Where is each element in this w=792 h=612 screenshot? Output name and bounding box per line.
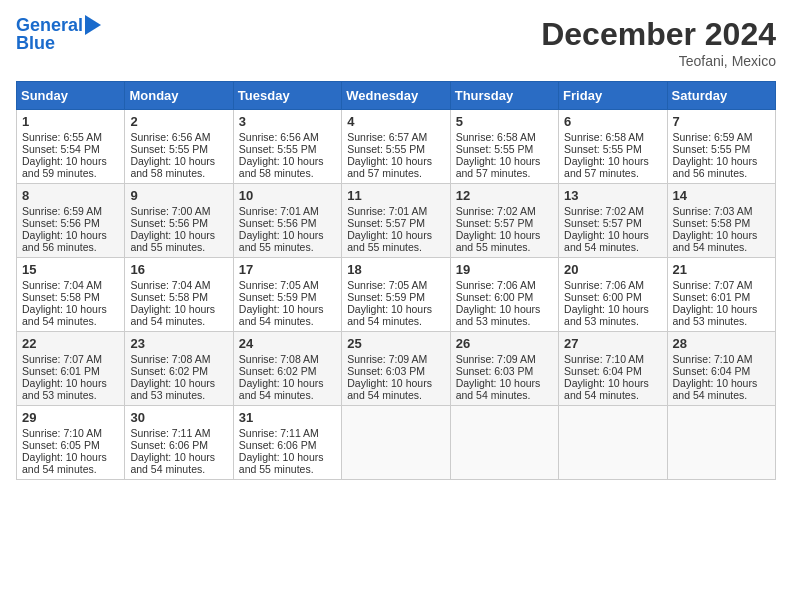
daylight-label: Daylight: 10 hours and 54 minutes. (130, 303, 215, 327)
calendar-day-24: 24Sunrise: 7:08 AMSunset: 6:02 PMDayligh… (233, 332, 341, 406)
day-number: 25 (347, 336, 444, 351)
day-number: 20 (564, 262, 661, 277)
day-number: 7 (673, 114, 770, 129)
daylight-label: Daylight: 10 hours and 54 minutes. (22, 303, 107, 327)
daylight-label: Daylight: 10 hours and 54 minutes. (673, 377, 758, 401)
daylight-label: Daylight: 10 hours and 53 minutes. (130, 377, 215, 401)
sunset-label: Sunset: 6:03 PM (456, 365, 534, 377)
day-number: 18 (347, 262, 444, 277)
sunrise-label: Sunrise: 7:01 AM (239, 205, 319, 217)
sunset-label: Sunset: 5:56 PM (22, 217, 100, 229)
calendar-day-23: 23Sunrise: 7:08 AMSunset: 6:02 PMDayligh… (125, 332, 233, 406)
logo-arrow-icon (85, 15, 101, 35)
sunrise-label: Sunrise: 7:09 AM (456, 353, 536, 365)
sunset-label: Sunset: 5:55 PM (239, 143, 317, 155)
calendar-day-2: 2Sunrise: 6:56 AMSunset: 5:55 PMDaylight… (125, 110, 233, 184)
daylight-label: Daylight: 10 hours and 55 minutes. (130, 229, 215, 253)
day-number: 26 (456, 336, 553, 351)
sunset-label: Sunset: 5:57 PM (347, 217, 425, 229)
day-number: 31 (239, 410, 336, 425)
sunset-label: Sunset: 6:06 PM (130, 439, 208, 451)
calendar-day-1: 1Sunrise: 6:55 AMSunset: 5:54 PMDaylight… (17, 110, 125, 184)
calendar-week-2: 8Sunrise: 6:59 AMSunset: 5:56 PMDaylight… (17, 184, 776, 258)
day-number: 24 (239, 336, 336, 351)
sunrise-label: Sunrise: 7:10 AM (22, 427, 102, 439)
calendar-day-12: 12Sunrise: 7:02 AMSunset: 5:57 PMDayligh… (450, 184, 558, 258)
day-number: 2 (130, 114, 227, 129)
calendar-day-9: 9Sunrise: 7:00 AMSunset: 5:56 PMDaylight… (125, 184, 233, 258)
daylight-label: Daylight: 10 hours and 58 minutes. (130, 155, 215, 179)
sunrise-label: Sunrise: 6:59 AM (22, 205, 102, 217)
daylight-label: Daylight: 10 hours and 56 minutes. (22, 229, 107, 253)
daylight-label: Daylight: 10 hours and 57 minutes. (347, 155, 432, 179)
sunrise-label: Sunrise: 7:08 AM (239, 353, 319, 365)
calendar-day-18: 18Sunrise: 7:05 AMSunset: 5:59 PMDayligh… (342, 258, 450, 332)
sunset-label: Sunset: 5:58 PM (22, 291, 100, 303)
calendar-week-3: 15Sunrise: 7:04 AMSunset: 5:58 PMDayligh… (17, 258, 776, 332)
column-header-thursday: Thursday (450, 82, 558, 110)
daylight-label: Daylight: 10 hours and 54 minutes. (22, 451, 107, 475)
sunrise-label: Sunrise: 6:58 AM (456, 131, 536, 143)
daylight-label: Daylight: 10 hours and 57 minutes. (456, 155, 541, 179)
calendar-day-15: 15Sunrise: 7:04 AMSunset: 5:58 PMDayligh… (17, 258, 125, 332)
sunset-label: Sunset: 5:59 PM (347, 291, 425, 303)
sunset-label: Sunset: 5:58 PM (673, 217, 751, 229)
sunset-label: Sunset: 6:00 PM (564, 291, 642, 303)
sunset-label: Sunset: 5:59 PM (239, 291, 317, 303)
day-number: 16 (130, 262, 227, 277)
day-number: 3 (239, 114, 336, 129)
calendar-day-13: 13Sunrise: 7:02 AMSunset: 5:57 PMDayligh… (559, 184, 667, 258)
calendar-day-28: 28Sunrise: 7:10 AMSunset: 6:04 PMDayligh… (667, 332, 775, 406)
calendar-day-14: 14Sunrise: 7:03 AMSunset: 5:58 PMDayligh… (667, 184, 775, 258)
sunset-label: Sunset: 5:55 PM (564, 143, 642, 155)
daylight-label: Daylight: 10 hours and 54 minutes. (564, 229, 649, 253)
calendar-day-29: 29Sunrise: 7:10 AMSunset: 6:05 PMDayligh… (17, 406, 125, 480)
sunset-label: Sunset: 5:55 PM (347, 143, 425, 155)
sunset-label: Sunset: 6:03 PM (347, 365, 425, 377)
calendar-day-22: 22Sunrise: 7:07 AMSunset: 6:01 PMDayligh… (17, 332, 125, 406)
column-header-sunday: Sunday (17, 82, 125, 110)
daylight-label: Daylight: 10 hours and 54 minutes. (456, 377, 541, 401)
calendar-day-empty (450, 406, 558, 480)
calendar-week-1: 1Sunrise: 6:55 AMSunset: 5:54 PMDaylight… (17, 110, 776, 184)
day-number: 5 (456, 114, 553, 129)
day-number: 8 (22, 188, 119, 203)
day-number: 11 (347, 188, 444, 203)
sunrise-label: Sunrise: 7:06 AM (564, 279, 644, 291)
sunset-label: Sunset: 5:56 PM (239, 217, 317, 229)
day-number: 19 (456, 262, 553, 277)
calendar-day-30: 30Sunrise: 7:11 AMSunset: 6:06 PMDayligh… (125, 406, 233, 480)
day-number: 12 (456, 188, 553, 203)
daylight-label: Daylight: 10 hours and 55 minutes. (347, 229, 432, 253)
sunset-label: Sunset: 5:56 PM (130, 217, 208, 229)
sunrise-label: Sunrise: 6:56 AM (130, 131, 210, 143)
calendar-day-5: 5Sunrise: 6:58 AMSunset: 5:55 PMDaylight… (450, 110, 558, 184)
sunrise-label: Sunrise: 7:06 AM (456, 279, 536, 291)
sunset-label: Sunset: 6:04 PM (564, 365, 642, 377)
daylight-label: Daylight: 10 hours and 57 minutes. (564, 155, 649, 179)
calendar-day-25: 25Sunrise: 7:09 AMSunset: 6:03 PMDayligh… (342, 332, 450, 406)
daylight-label: Daylight: 10 hours and 53 minutes. (22, 377, 107, 401)
day-number: 22 (22, 336, 119, 351)
sunrise-label: Sunrise: 6:57 AM (347, 131, 427, 143)
daylight-label: Daylight: 10 hours and 58 minutes. (239, 155, 324, 179)
calendar-day-3: 3Sunrise: 6:56 AMSunset: 5:55 PMDaylight… (233, 110, 341, 184)
day-number: 1 (22, 114, 119, 129)
daylight-label: Daylight: 10 hours and 54 minutes. (239, 377, 324, 401)
calendar-day-10: 10Sunrise: 7:01 AMSunset: 5:56 PMDayligh… (233, 184, 341, 258)
daylight-label: Daylight: 10 hours and 54 minutes. (239, 303, 324, 327)
sunset-label: Sunset: 6:01 PM (22, 365, 100, 377)
daylight-label: Daylight: 10 hours and 59 minutes. (22, 155, 107, 179)
sunset-label: Sunset: 6:00 PM (456, 291, 534, 303)
sunrise-label: Sunrise: 7:00 AM (130, 205, 210, 217)
calendar-day-4: 4Sunrise: 6:57 AMSunset: 5:55 PMDaylight… (342, 110, 450, 184)
calendar-day-7: 7Sunrise: 6:59 AMSunset: 5:55 PMDaylight… (667, 110, 775, 184)
sunrise-label: Sunrise: 7:11 AM (130, 427, 210, 439)
day-number: 21 (673, 262, 770, 277)
calendar-week-5: 29Sunrise: 7:10 AMSunset: 6:05 PMDayligh… (17, 406, 776, 480)
day-number: 9 (130, 188, 227, 203)
calendar-day-20: 20Sunrise: 7:06 AMSunset: 6:00 PMDayligh… (559, 258, 667, 332)
sunset-label: Sunset: 6:04 PM (673, 365, 751, 377)
column-header-saturday: Saturday (667, 82, 775, 110)
calendar-day-26: 26Sunrise: 7:09 AMSunset: 6:03 PMDayligh… (450, 332, 558, 406)
